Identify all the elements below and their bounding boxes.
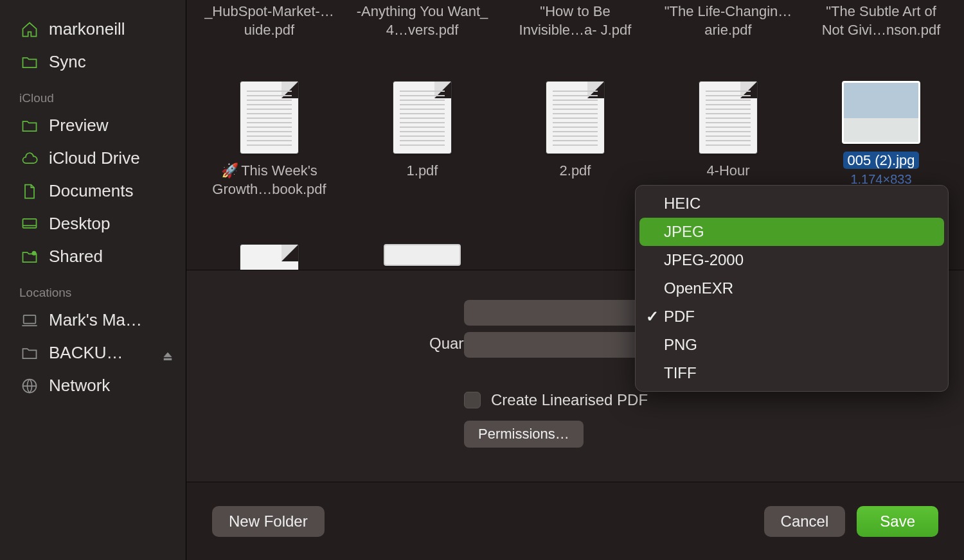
sidebar-item-label: markoneill (49, 19, 174, 39)
image-thumbnail (842, 81, 920, 144)
folder-icon (21, 344, 39, 362)
dialog-footer: New Folder Cancel Save (186, 482, 964, 560)
house-icon (21, 21, 39, 39)
sidebar-item-shared[interactable]: Shared (0, 240, 186, 273)
dropdown-option-openexr[interactable]: OpenEXR (639, 274, 944, 302)
desktop-icon (21, 215, 39, 233)
dropdown-option-label: PDF (664, 308, 695, 326)
sidebar-item-network[interactable]: Network (0, 369, 186, 402)
file-name: "How to Be Invisible…a- J.pdf (508, 3, 643, 39)
file-item[interactable]: 🚀This Week's Growth…book.pdf (193, 78, 346, 226)
file-name: _HubSpot-Market-…uide.pdf (202, 3, 337, 39)
file-name: 005 (2).jpg (843, 152, 918, 170)
dropdown-option-jpeg2000[interactable]: JPEG-2000 (639, 246, 944, 274)
permissions-button[interactable]: Permissions… (464, 421, 584, 448)
file-name: 🚀This Week's Growth…book.pdf (202, 162, 337, 198)
dropdown-option-label: OpenEXR (664, 279, 733, 297)
checkmark-icon: ✓ (645, 308, 660, 326)
svg-rect-0 (23, 218, 37, 227)
globe-icon (21, 377, 39, 395)
sidebar-item-mac[interactable]: Mark's Ma… (0, 304, 186, 337)
file-item[interactable]: "The Life-Changin…arie.pdf (652, 0, 805, 58)
file-item[interactable] (499, 241, 652, 272)
sidebar-section-locations: Locations (0, 273, 186, 304)
dropdown-option-heic[interactable]: HEIC (639, 189, 944, 218)
dropdown-option-pdf[interactable]: ✓PDF (639, 302, 944, 331)
cloud-icon (21, 150, 39, 168)
sidebar-item-label: Shared (49, 247, 174, 267)
sidebar-item-label: Network (49, 376, 174, 396)
file-item[interactable]: "The Subtle Art of Not Givi…nson.pdf (805, 0, 958, 58)
file-item[interactable] (346, 241, 499, 272)
doc-icon (21, 182, 39, 200)
permissions-row: Permissions… (464, 421, 584, 448)
sidebar-item-label: Sync (49, 52, 174, 72)
sidebar-section-icloud: iCloud (0, 78, 186, 109)
sidebar-item-desktop[interactable]: Desktop (0, 207, 186, 240)
main-area: _HubSpot-Market-…uide.pdf -Anything You … (186, 0, 964, 560)
sidebar-item-home[interactable]: markoneill (0, 13, 186, 46)
file-row-1: _HubSpot-Market-…uide.pdf -Anything You … (186, 0, 964, 58)
new-folder-button[interactable]: New Folder (212, 506, 325, 537)
file-item[interactable] (193, 241, 346, 272)
dropdown-option-label: TIFF (664, 364, 697, 382)
sidebar-item-backup[interactable]: BACKU… (0, 337, 186, 369)
sidebar-item-icloud-drive[interactable]: iCloud Drive (0, 142, 186, 175)
file-name: 2.pdf (560, 162, 591, 180)
sidebar-item-label: Documents (49, 181, 174, 201)
save-button[interactable]: Save (857, 506, 938, 537)
dropdown-option-jpeg[interactable]: JPEG (639, 218, 944, 246)
sidebar-item-documents[interactable]: Documents (0, 175, 186, 207)
file-item[interactable]: _HubSpot-Market-…uide.pdf (193, 0, 346, 58)
file-item[interactable]: -Anything You Want_ 4…vers.pdf (346, 0, 499, 58)
file-name: "The Subtle Art of Not Givi…nson.pdf (814, 3, 949, 39)
sidebar-item-label: Preview (49, 116, 174, 136)
folder-icon (21, 53, 39, 71)
dropdown-option-label: PNG (664, 336, 697, 354)
sidebar: markoneill Sync iCloud Preview iCloud Dr… (0, 0, 186, 560)
svg-point-1 (32, 250, 37, 255)
dropdown-option-label: JPEG-2000 (664, 251, 744, 269)
file-name: 4-Hour (706, 162, 749, 180)
eject-icon[interactable] (161, 347, 174, 360)
pdf-thumbnail (393, 81, 452, 154)
file-name: -Anything You Want_ 4…vers.pdf (355, 3, 490, 39)
cancel-button[interactable]: Cancel (764, 506, 846, 537)
sidebar-item-label: BACKU… (49, 343, 148, 363)
sidebar-item-label: Desktop (49, 214, 174, 234)
svg-rect-2 (24, 315, 36, 323)
pdf-thumbnail (240, 81, 299, 154)
pdf-thumbnail (240, 244, 299, 272)
laptop-icon (21, 311, 39, 329)
dropdown-option-label: HEIC (664, 195, 701, 213)
dropdown-option-tiff[interactable]: TIFF (639, 359, 944, 387)
file-item[interactable]: 2.pdf (499, 78, 652, 226)
pdf-thumbnail (699, 81, 758, 154)
shared-folder-icon (21, 248, 39, 266)
folder-icon (21, 117, 39, 135)
dropdown-option-label: JPEG (664, 223, 704, 241)
file-item[interactable]: "How to Be Invisible…a- J.pdf (499, 0, 652, 58)
file-name: "The Life-Changin…arie.pdf (661, 3, 796, 39)
linearised-label: Create Linearised PDF (491, 391, 648, 409)
image-thumbnail (384, 244, 461, 266)
sidebar-item-label: iCloud Drive (49, 148, 174, 168)
svg-rect-3 (164, 358, 172, 360)
sidebar-item-label: Mark's Ma… (49, 310, 174, 330)
file-name: 1.pdf (407, 162, 438, 180)
rocket-icon: 🚀 (221, 162, 238, 179)
format-dropdown: HEIC JPEG JPEG-2000 OpenEXR ✓PDF PNG TIF… (635, 185, 949, 392)
file-item[interactable]: 1.pdf (346, 78, 499, 226)
sidebar-item-preview[interactable]: Preview (0, 109, 186, 142)
linearised-checkbox[interactable] (464, 392, 481, 408)
sidebar-item-sync[interactable]: Sync (0, 46, 186, 78)
dropdown-option-png[interactable]: PNG (639, 331, 944, 359)
pdf-thumbnail (546, 81, 605, 154)
linearised-row: Create Linearised PDF (464, 391, 648, 409)
